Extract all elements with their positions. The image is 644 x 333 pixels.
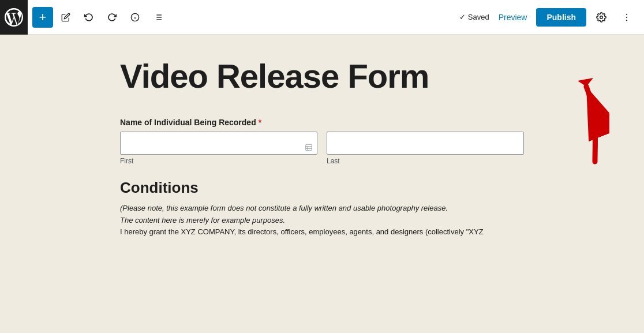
info-icon — [130, 13, 140, 22]
gear-icon — [596, 12, 606, 23]
toolbar-right-actions: ✓ Saved Preview Publish — [459, 7, 637, 28]
input-icon — [305, 143, 313, 153]
required-indicator: * — [259, 118, 261, 127]
svg-point-11 — [626, 16, 627, 17]
page-title: Video Release Form — [120, 58, 524, 95]
svg-marker-18 — [578, 78, 593, 87]
svg-point-9 — [600, 16, 603, 18]
publish-button[interactable]: Publish — [536, 8, 586, 27]
name-inputs-row: First Last — [120, 132, 524, 165]
check-icon: ✓ — [459, 13, 466, 21]
info-button[interactable] — [125, 7, 145, 28]
redo-button[interactable] — [102, 7, 122, 28]
saved-label: Saved — [468, 13, 489, 21]
svg-point-12 — [626, 20, 627, 21]
more-icon — [621, 12, 632, 23]
toolbar: + — [0, 0, 644, 35]
first-name-sublabel: First — [120, 157, 317, 165]
edit-button[interactable] — [55, 7, 76, 28]
wordpress-logo[interactable] — [0, 0, 28, 35]
svg-rect-13 — [306, 144, 312, 151]
more-options-button[interactable] — [616, 7, 637, 28]
list-view-button[interactable] — [148, 7, 169, 28]
pencil-icon — [61, 13, 70, 22]
list-icon — [153, 13, 163, 22]
first-name-input[interactable] — [120, 132, 317, 155]
annotation-arrow — [552, 75, 609, 170]
conditions-section: Conditions (Please note, this example fo… — [120, 179, 524, 238]
redo-icon — [107, 13, 117, 22]
last-name-sublabel: Last — [327, 157, 524, 165]
svg-point-10 — [626, 13, 627, 14]
settings-button[interactable] — [591, 7, 612, 28]
red-arrow-icon — [552, 75, 609, 167]
name-field-section: Name of Individual Being Recorded * Firs — [120, 118, 524, 165]
toolbar-left-actions: + — [32, 7, 459, 28]
save-status: ✓ Saved — [459, 13, 489, 21]
last-name-wrapper: Last — [327, 132, 524, 165]
add-block-button[interactable]: + — [32, 7, 53, 28]
preview-button[interactable]: Preview — [494, 9, 532, 25]
last-name-input[interactable] — [327, 132, 524, 155]
undo-icon — [84, 13, 93, 22]
wp-logo-icon — [5, 8, 23, 27]
editor-content: Video Release Form Name of Individual Be… — [0, 35, 644, 333]
first-name-wrapper: First — [120, 132, 317, 165]
name-field-label: Name of Individual Being Recorded * — [120, 118, 524, 127]
conditions-title: Conditions — [120, 179, 524, 197]
undo-button[interactable] — [78, 7, 99, 28]
page-body: Video Release Form Name of Individual Be… — [108, 35, 536, 264]
conditions-text: (Please note, this example form does not… — [120, 203, 524, 238]
